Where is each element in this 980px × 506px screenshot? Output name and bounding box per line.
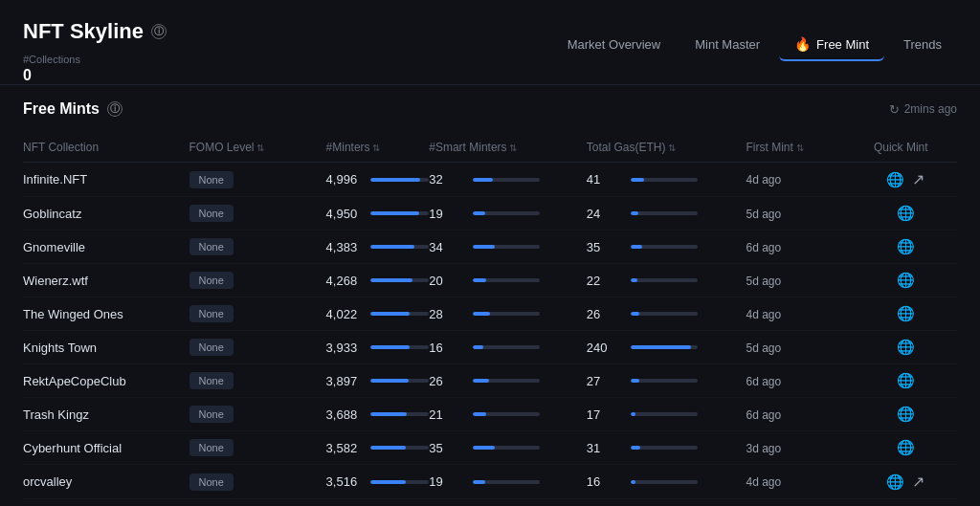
nav-tab-free-mint[interactable]: 🔥Free Mint [779,29,884,61]
refresh-icon[interactable]: ↻ [889,102,900,117]
smart-bar-fill [473,345,483,349]
smart-value: 34 [429,240,465,254]
gas-value: 16 [587,474,623,489]
table-row: The Winged OnesNone 4,022 28 26 4d ago🌐 [23,297,957,331]
table-row: orcvalleyNone 3,516 19 16 4d ago🌐↗ [23,465,957,499]
cell-first-mint: 6d ago [746,364,855,398]
collection-name-text: The Winged Ones [23,307,123,321]
quick-icons-group: 🌐 [855,439,958,456]
globe-icon[interactable]: 🌐 [886,473,904,491]
globe-icon[interactable]: 🌐 [897,372,915,389]
cell-smart-minters: 16 [429,331,587,364]
first-mint-text: 5d ago [746,341,782,355]
cell-fomo: None [189,197,326,231]
globe-icon[interactable]: 🌐 [897,238,915,255]
arrow-icon[interactable]: ↗ [912,170,924,188]
smart-bar-track [473,312,540,316]
cell-fomo: None [189,264,326,297]
minters-value: 3,688 [326,407,363,422]
collection-name-text: Trash Kingz [23,407,89,422]
minters-bar-fill [370,278,412,282]
gas-bar-track [631,278,698,282]
header-left: NFT Skyline ⓘ #Collections 0 [23,19,167,84]
fomo-badge: None [189,272,234,289]
minters-bar-track [370,446,430,450]
smart-bar-track [473,446,540,450]
col-header-first-mint[interactable]: First Mint [746,133,855,163]
minters-bar-track [370,278,430,282]
collection-name-text: orcvalley [23,474,72,489]
first-mint-text: 6d ago [746,375,782,388]
gas-bar-fill [631,412,636,416]
col-header-minters[interactable]: #Minters [326,133,430,163]
smart-value: 16 [429,341,465,355]
table-row: Trash KingzNone 3,688 21 17 6d ago🌐 [23,398,957,431]
col-header-label: Quick Mint [874,141,928,154]
cell-fomo: None [189,163,326,197]
globe-icon[interactable]: 🌐 [897,439,915,456]
first-mint-text: 3d ago [746,442,782,455]
col-header-collection: NFT Collection [23,133,189,163]
globe-icon[interactable]: 🌐 [897,205,915,222]
fomo-badge: None [189,406,234,423]
nav-tab-trends[interactable]: Trends [888,30,957,61]
nav-tab-market-overview[interactable]: Market Overview [552,30,677,61]
gas-bar-track [631,312,698,316]
gas-bar-fill [631,345,691,349]
smart-value: 26 [429,374,465,388]
minters-bar-fill [370,245,414,249]
col-header-smart-minters[interactable]: #Smart Minters [429,133,587,163]
cell-minters: 4,022 [326,297,430,331]
col-header-label: #Smart Minters [429,141,506,154]
section-info-icon[interactable]: ⓘ [107,101,122,117]
fomo-badge: None [189,339,234,356]
cell-first-mint: 4d ago [746,163,855,197]
col-header-gas[interactable]: Total Gas(ETH) [587,133,746,163]
nav-tab-label: Market Overview [568,37,661,52]
gas-bar-track [631,446,698,450]
col-header-label: Total Gas(ETH) [587,141,666,154]
cell-collection: The Winged Ones [23,297,189,331]
gas-value: 22 [587,274,623,288]
globe-icon[interactable]: 🌐 [886,171,904,188]
table-row: Knights TownNone 3,933 16 240 5d ago🌐 [23,331,957,364]
collection-name-text: Infinite.NFT [23,172,87,187]
collection-name-text: RektApeCopeClub [23,374,126,388]
cell-minters: 4,996 [326,163,430,197]
globe-icon[interactable]: 🌐 [897,305,915,322]
cell-collection: Gnomeville [23,231,189,264]
globe-icon[interactable]: 🌐 [897,272,915,289]
gas-value: 41 [587,172,623,187]
minters-value: 4,950 [326,207,363,221]
col-header-fomo[interactable]: FOMO Level [189,133,326,163]
section-title: Free Mints ⓘ [23,100,122,118]
quick-icons-group: 🌐 [855,339,958,356]
smart-bar-fill [473,211,485,215]
title-info-icon[interactable]: ⓘ [151,24,167,39]
header: NFT Skyline ⓘ #Collections 0 Market Over… [0,0,980,84]
cell-collection: Trash Kingz [23,398,189,431]
minters-bar-fill [370,412,408,416]
table-row: RektApeCopeClubNone 3,897 26 27 6d ago🌐 [23,364,957,398]
quick-icons-group: 🌐↗ [855,170,958,188]
fomo-badge: None [189,238,234,255]
smart-bar-fill [473,480,485,484]
quick-icons-group: 🌐 [855,372,958,389]
col-header-label: First Mint [746,141,793,154]
globe-icon[interactable]: 🌐 [897,339,915,356]
smart-bar-track [473,480,540,484]
nav-tab-mint-master[interactable]: Mint Master [679,30,775,61]
cell-gas: 16 [587,465,746,499]
gas-bar-track [631,412,698,416]
cell-collection: Goblincatz [23,197,189,231]
cell-smart-minters: 19 [429,197,587,231]
globe-icon[interactable]: 🌐 [897,406,915,423]
gas-bar-fill [631,379,639,383]
arrow-icon[interactable]: ↗ [912,473,924,491]
minters-bar-fill [370,178,420,182]
gas-bar-track [631,211,698,215]
smart-bar-track [473,345,540,349]
gas-bar-fill [631,480,636,484]
fomo-badge: None [189,439,234,456]
gas-bar-track [631,178,698,182]
